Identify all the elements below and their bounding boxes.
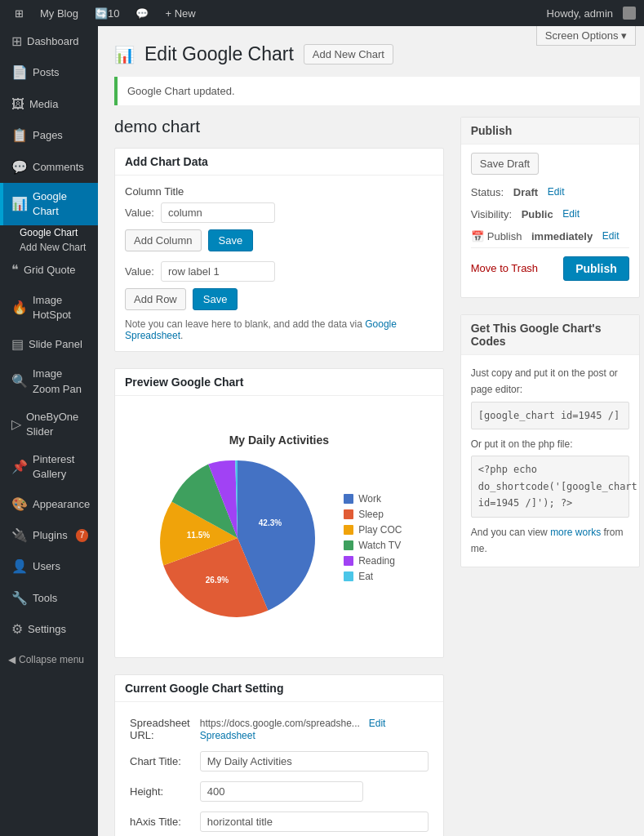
wp-icon: ⊞ bbox=[15, 7, 24, 20]
chart-title-input[interactable] bbox=[200, 751, 429, 772]
visibility-label: Visibility: bbox=[471, 208, 512, 220]
spreadsheet-url-row: Spreadsheet URL: https://docs.google.com… bbox=[125, 712, 433, 746]
sidebar-label-pinterest-gallery: Pinterest Gallery bbox=[33, 452, 90, 482]
watch-tv-label: Watch TV bbox=[358, 540, 401, 551]
appearance-icon: 🎨 bbox=[11, 496, 28, 514]
row-value-input[interactable] bbox=[161, 261, 275, 282]
chart-container: My Daily Activities bbox=[131, 434, 427, 620]
column-value-input[interactable] bbox=[161, 202, 275, 223]
height-input[interactable] bbox=[200, 781, 363, 802]
sleep-label: Sleep bbox=[358, 509, 384, 520]
sidebar-label-google-chart: Google Chart bbox=[33, 189, 90, 219]
codes-box: Get This Google Chart's Codes Just copy … bbox=[460, 314, 640, 568]
image-hotspot-icon: 🔥 bbox=[11, 299, 28, 317]
spreadsheet-url-value: https://docs.google.com/spreadshe... bbox=[200, 718, 360, 729]
php-code-block[interactable]: <?php echo do_shortcode('[google_chart i… bbox=[471, 456, 629, 517]
pie-chart: 42.3% 26.9% 11.5% bbox=[156, 456, 319, 620]
play-coc-label: Play COC bbox=[358, 524, 402, 536]
eat-label: Eat bbox=[358, 571, 373, 582]
post-editor-note: Just copy and put it on the post or page… bbox=[471, 365, 629, 398]
publish-button[interactable]: Publish bbox=[563, 256, 629, 281]
comments-icon: 💬 bbox=[11, 158, 28, 176]
php-note: Or put it on the php file: bbox=[471, 436, 629, 452]
google-spreadsheet-link[interactable]: Google Spreadsheet bbox=[125, 318, 397, 341]
settings-table: Spreadsheet URL: https://docs.google.com… bbox=[125, 712, 433, 836]
sidebar-item-slide-panel[interactable]: ▤ Slide Panel bbox=[0, 329, 98, 360]
add-row-button[interactable]: Add Row bbox=[125, 288, 186, 310]
svg-text:42.3%: 42.3% bbox=[259, 518, 282, 527]
sidebar-item-google-chart[interactable]: 📊 Google Chart bbox=[0, 183, 98, 225]
work-label: Work bbox=[358, 493, 381, 505]
sidebar-item-appearance[interactable]: 🎨 Appearance bbox=[0, 489, 98, 520]
chart-title-row: Chart Title: bbox=[125, 746, 433, 776]
shortcode-block[interactable]: [google_chart id=1945 /] bbox=[471, 402, 629, 429]
sidebar-label-plugins: Plugins bbox=[33, 528, 68, 543]
sidebar-item-plugins[interactable]: 🔌 Plugins 7 bbox=[0, 520, 98, 551]
page-header: 📊 Edit Google Chart Add New Chart bbox=[114, 42, 640, 67]
edit-publish-link[interactable]: Edit bbox=[602, 230, 620, 242]
visibility-value: Public bbox=[522, 208, 553, 220]
howdy-text: Howdy, admin bbox=[540, 7, 620, 20]
more-works-link[interactable]: more works bbox=[550, 527, 601, 538]
users-icon: 👤 bbox=[11, 558, 28, 576]
add-chart-data-box: Add Chart Data Column Title Value: Add C… bbox=[114, 148, 444, 352]
wp-logo[interactable]: ⊞ bbox=[8, 0, 30, 26]
sidebar-item-comments[interactable]: 💬 Comments bbox=[0, 152, 98, 183]
sidebar-item-dashboard[interactable]: ⊞ Dashboard bbox=[0, 26, 98, 57]
updates[interactable]: 🔄 10 bbox=[88, 0, 126, 26]
reading-label: Reading bbox=[358, 555, 395, 567]
legend-watch-tv: Watch TV bbox=[344, 540, 402, 551]
sidebar-label-comments: Comments bbox=[33, 160, 84, 175]
publish-box: Publish Save Draft Status: Draft Edit bbox=[460, 117, 640, 298]
sidebar-label-settings: Settings bbox=[28, 622, 66, 637]
legend-work: Work bbox=[344, 493, 402, 505]
sidebar-label-slide-panel: Slide Panel bbox=[29, 337, 82, 352]
publish-action-row: Move to Trash Publish bbox=[471, 247, 629, 289]
sidebar-sub-add-new-chart[interactable]: Add New Chart bbox=[0, 240, 98, 255]
sidebar-item-image-hotspot[interactable]: 🔥 Image HotSpot bbox=[0, 287, 98, 329]
edit-visibility-link[interactable]: Edit bbox=[562, 208, 580, 220]
sidebar-item-posts[interactable]: 📄 Posts bbox=[0, 57, 98, 88]
sidebar-item-settings[interactable]: ⚙ Settings bbox=[0, 614, 98, 645]
legend-play-coc: Play COC bbox=[344, 524, 402, 536]
haxis-row: hAxis Title: bbox=[125, 807, 433, 836]
sidebar-sub-google-chart[interactable]: Google Chart bbox=[0, 225, 98, 240]
save-draft-button[interactable]: Save Draft bbox=[471, 153, 539, 175]
add-data-note: Note you can leave here to blank, and ad… bbox=[125, 318, 433, 341]
move-to-trash-link[interactable]: Move to Trash bbox=[471, 262, 538, 274]
sidebar-label-tools: Tools bbox=[33, 591, 57, 606]
spreadsheet-url-label: Spreadsheet URL: bbox=[125, 712, 195, 746]
haxis-input[interactable] bbox=[200, 812, 429, 832]
sidebar-item-grid-quote[interactable]: ❝ Grid Quote bbox=[0, 255, 98, 286]
legend-sleep: Sleep bbox=[344, 509, 402, 520]
comments-bar[interactable]: 💬 bbox=[129, 0, 155, 26]
new-post[interactable]: + New bbox=[158, 0, 202, 26]
legend-reading: Reading bbox=[344, 555, 402, 567]
sidebar-item-media[interactable]: 🖼 Media bbox=[0, 89, 98, 120]
collapse-menu-button[interactable]: ◀ Collapse menu bbox=[0, 646, 98, 674]
sidebar-item-tools[interactable]: 🔧 Tools bbox=[0, 583, 98, 614]
save-row-button[interactable]: Save bbox=[193, 288, 238, 310]
dashboard-icon: ⊞ bbox=[11, 33, 22, 51]
google-chart-icon: 📊 bbox=[11, 195, 28, 213]
post-title: demo chart bbox=[114, 117, 444, 136]
sidebar-item-users[interactable]: 👤 Users bbox=[0, 551, 98, 582]
add-new-chart-button[interactable]: Add New Chart bbox=[304, 44, 393, 64]
pages-icon: 📋 bbox=[11, 127, 28, 145]
posts-icon: 📄 bbox=[11, 64, 28, 82]
sidebar-item-pinterest-gallery[interactable]: 📌 Pinterest Gallery bbox=[0, 446, 98, 488]
sidebar-item-pages[interactable]: 📋 Pages bbox=[0, 120, 98, 151]
blog-name[interactable]: My Blog bbox=[33, 0, 85, 26]
sidebar-item-onebyone-slider[interactable]: ▷ OneByOne Slider bbox=[0, 403, 98, 446]
haxis-label: hAxis Title: bbox=[125, 807, 195, 836]
edit-status-link[interactable]: Edit bbox=[548, 186, 565, 198]
eat-color bbox=[344, 571, 353, 581]
add-column-button[interactable]: Add Column bbox=[125, 229, 202, 251]
sidebar-label-image-zoom-pan: Image Zoom Pan bbox=[33, 367, 90, 396]
calendar-icon: 📅 bbox=[471, 230, 484, 242]
screen-options-button[interactable]: Screen Options ▾ bbox=[536, 26, 636, 46]
sidebar-item-image-zoom-pan[interactable]: 🔍 Image Zoom Pan bbox=[0, 360, 98, 402]
visibility-row: Visibility: Public Edit bbox=[471, 203, 629, 225]
save-column-button[interactable]: Save bbox=[208, 229, 254, 251]
add-chart-data-header: Add Chart Data bbox=[115, 149, 443, 176]
